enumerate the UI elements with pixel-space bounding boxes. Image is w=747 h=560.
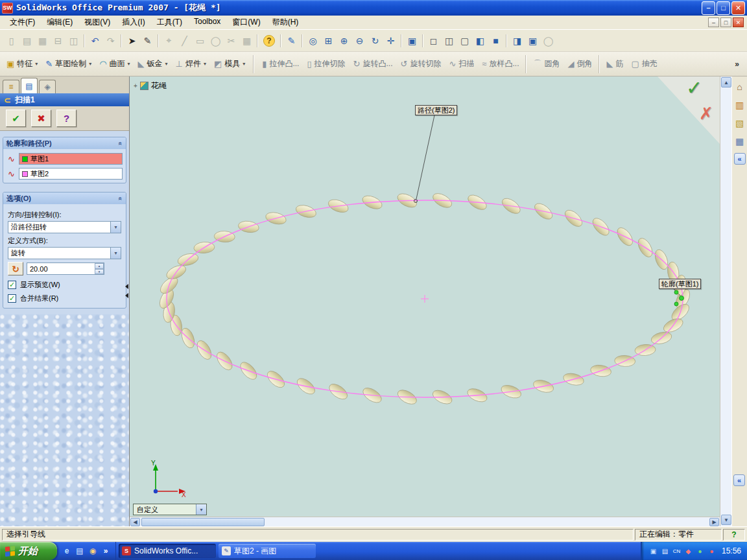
help-button[interactable]: ? <box>56 110 77 127</box>
tray-solidworks-icon[interactable]: ◆ <box>683 546 693 556</box>
orientation-combobox[interactable]: 沿路径扭转 ▾ <box>8 221 121 233</box>
zoom-in-out-icon[interactable]: ⊕ <box>337 33 351 48</box>
pan-icon[interactable]: ✛ <box>383 33 398 48</box>
save-icon[interactable]: ▦ <box>35 33 50 48</box>
wireframe-icon[interactable]: ◻ <box>426 33 441 48</box>
twist-angle-stepper[interactable]: 20.00 ▴ ▾ <box>27 262 104 275</box>
revolved-boss-button[interactable]: ↻旋转凸... <box>350 56 397 72</box>
chevron-down-icon[interactable]: ▾ <box>110 222 121 233</box>
weldments-tab[interactable]: ⊥焊件▾ <box>172 56 210 72</box>
scroll-down-icon[interactable]: ▼ <box>721 515 731 525</box>
sketch-tab[interactable]: ✎草图绘制▾ <box>42 56 95 72</box>
sheet-metal-tab[interactable]: ◣钣金▾ <box>134 56 172 72</box>
tray-monitor-icon[interactable]: ▣ <box>648 546 658 556</box>
graphics-area[interactable]: Y X + 花绳 路径(草图2) 轮廓(草图1) ✓ ✗ 自定义 ▾ <box>130 76 720 517</box>
hidden-lines-removed-icon[interactable]: ▢ <box>457 33 472 48</box>
toolbar-overflow-icon[interactable]: » <box>735 60 744 69</box>
collapse-chevron-icon[interactable]: « <box>117 196 124 200</box>
internet-explorer-icon[interactable]: e <box>62 546 72 556</box>
path-callout[interactable]: 路径(草图2) <box>415 105 457 115</box>
shell-button[interactable]: ▢抽壳 <box>627 56 661 72</box>
merge-result-checkbox[interactable]: ✓ <box>8 294 16 303</box>
menu-tools[interactable]: 工具(T) <box>151 15 188 30</box>
shaded-icon[interactable]: ■ <box>488 33 503 48</box>
chevron-down-icon[interactable]: ▾ <box>110 248 121 259</box>
display-settings-icon[interactable]: ◯ <box>541 33 556 48</box>
revolved-cut-button[interactable]: ↺旋转切除 <box>397 56 445 72</box>
profile-callout[interactable]: 轮廓(草图1) <box>659 279 701 289</box>
hidden-lines-visible-icon[interactable]: ◫ <box>442 33 456 48</box>
menu-file[interactable]: 文件(F) <box>4 15 41 30</box>
profile-selection-field[interactable]: 草图1 <box>19 153 123 165</box>
view-orientation-combobox[interactable]: 自定义 ▾ <box>133 504 207 515</box>
rib-button[interactable]: ◣筋 <box>602 56 627 72</box>
horizontal-scrollbar[interactable]: ◀ ▶ <box>130 517 720 526</box>
tray-ime-icon[interactable]: ▤ <box>660 546 670 556</box>
zoom-to-area-icon[interactable]: ⊞ <box>321 33 336 48</box>
collapse-taskpane-bottom-icon[interactable]: « <box>733 474 745 486</box>
vertical-scrollbar[interactable]: ▲ ▼ <box>720 76 731 526</box>
options-group-header[interactable]: 选项(O) « <box>3 192 126 204</box>
zoom-to-selection-icon[interactable]: ⊖ <box>352 33 367 48</box>
panel-splitter-handle[interactable] <box>125 284 128 298</box>
clock[interactable]: 15:56 <box>718 546 741 555</box>
scroll-right-icon[interactable]: ▶ <box>709 518 719 526</box>
propertymanager-tab[interactable]: ▤ <box>21 78 38 93</box>
profile-path-group-header[interactable]: 轮廓和路径(P) « <box>3 137 126 149</box>
tray-safety-icon[interactable]: ● <box>695 546 705 556</box>
sketch-circle-icon[interactable]: ◯ <box>208 33 223 48</box>
smart-dimension-icon[interactable]: ⌖ <box>161 33 176 48</box>
minimize-button[interactable]: – <box>702 1 715 15</box>
menu-edit[interactable]: 编辑(E) <box>41 15 78 30</box>
grid-settings-icon[interactable]: ▦ <box>239 33 254 48</box>
section-view-icon[interactable]: ◨ <box>510 33 525 48</box>
design-library-icon[interactable]: ▥ <box>733 99 746 111</box>
menu-window[interactable]: 窗口(W) <box>226 15 266 30</box>
zoom-to-fit-icon[interactable]: ◎ <box>305 33 320 48</box>
collapse-chevron-icon[interactable]: « <box>117 141 124 145</box>
sketch-line-icon[interactable]: ╱ <box>177 33 192 48</box>
show-desktop-icon[interactable]: ▤ <box>75 546 85 556</box>
menu-toolbox[interactable]: Toolbox <box>188 15 226 30</box>
sketch-icon[interactable]: ✎ <box>284 33 299 48</box>
select-icon[interactable]: ➤ <box>124 33 139 48</box>
chevron-down-icon[interactable]: ▾ <box>196 504 206 515</box>
ok-button[interactable]: ✔ <box>6 110 26 127</box>
mdi-minimize-button[interactable]: – <box>708 18 719 27</box>
menu-insert[interactable]: 插入(I) <box>116 15 150 30</box>
extruded-cut-button[interactable]: ▯拉伸切除 <box>303 56 349 72</box>
cancel-button[interactable]: ✖ <box>31 110 51 127</box>
trim-entities-icon[interactable]: ✂ <box>224 33 239 48</box>
open-icon[interactable]: ▤ <box>19 33 34 48</box>
standard-views-icon[interactable]: ▣ <box>405 33 420 48</box>
ink-pen-icon[interactable]: ✎ <box>140 33 155 48</box>
tray-alert-icon[interactable]: ● <box>707 546 717 556</box>
quick-tips-icon[interactable]: ? <box>723 529 745 541</box>
spin-down-icon[interactable]: ▾ <box>95 269 104 275</box>
restore-button[interactable]: □ <box>717 1 730 15</box>
rotate-view-icon[interactable]: ↻ <box>368 33 383 48</box>
confirm-ok-icon[interactable]: ✓ <box>686 76 702 99</box>
tray-language-icon[interactable]: CN <box>672 546 682 556</box>
mdi-close-button[interactable]: ✕ <box>733 18 744 27</box>
print-preview-icon[interactable]: ◫ <box>66 33 81 48</box>
show-preview-checkbox[interactable]: ✓ <box>8 281 16 289</box>
mdi-restore-button[interactable]: □ <box>720 18 731 27</box>
loft-button[interactable]: ≈放样凸... <box>478 56 523 72</box>
tree-expand-icon[interactable]: + <box>134 82 137 89</box>
close-button[interactable]: ✕ <box>731 1 745 15</box>
menu-view[interactable]: 视图(V) <box>78 15 116 30</box>
spin-up-icon[interactable]: ▴ <box>95 263 104 269</box>
menu-help[interactable]: 帮助(H) <box>267 15 305 30</box>
collapse-taskpane-icon[interactable]: « <box>734 153 746 165</box>
media-player-icon[interactable]: ◉ <box>88 546 98 556</box>
surfaces-tab[interactable]: ◠曲面▾ <box>95 56 134 72</box>
undo-icon[interactable]: ↶ <box>88 33 102 48</box>
define-by-combobox[interactable]: 旋转 ▾ <box>8 247 121 259</box>
app-icon[interactable]: SW <box>2 3 13 14</box>
document-tree-label[interactable]: + 花绳 <box>134 80 167 91</box>
shaded-with-edges-icon[interactable]: ◧ <box>473 33 488 48</box>
extruded-boss-button[interactable]: ▮拉伸凸... <box>258 56 303 72</box>
scroll-left-icon[interactable]: ◀ <box>130 518 140 526</box>
start-button[interactable]: 开始 <box>0 542 57 560</box>
